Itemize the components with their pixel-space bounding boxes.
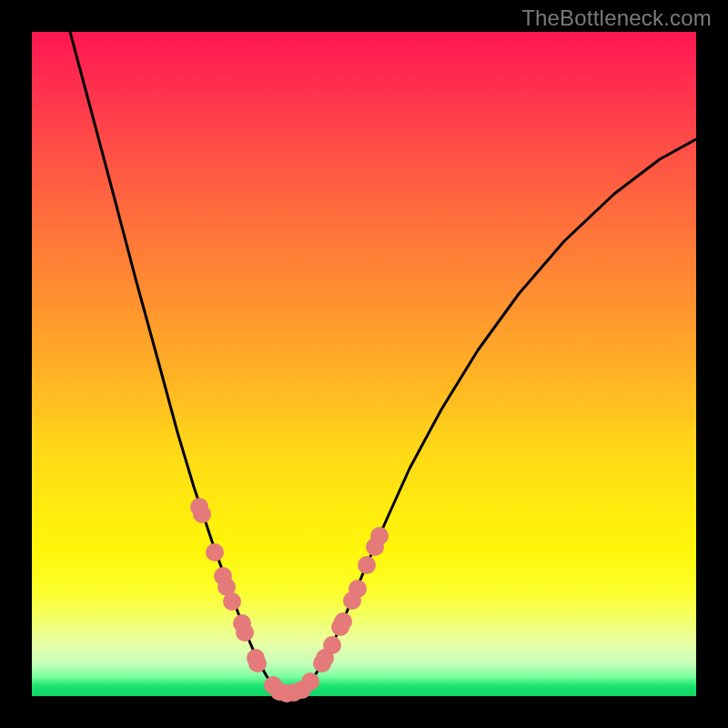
data-marker <box>301 672 319 691</box>
data-marker <box>370 527 389 545</box>
data-marker <box>334 612 352 631</box>
data-marker <box>223 592 241 611</box>
marker-group <box>190 498 389 703</box>
bottleneck-curve <box>70 32 696 694</box>
data-marker <box>193 505 211 523</box>
data-marker <box>206 543 224 561</box>
data-marker <box>236 623 254 642</box>
data-marker <box>349 580 367 598</box>
data-marker <box>323 636 341 654</box>
curve-svg <box>32 32 696 696</box>
plot-area <box>32 32 696 696</box>
data-marker <box>358 556 376 574</box>
watermark-text: TheBottleneck.com <box>521 5 712 31</box>
chart-frame: TheBottleneck.com <box>0 0 728 728</box>
data-marker <box>248 654 267 672</box>
